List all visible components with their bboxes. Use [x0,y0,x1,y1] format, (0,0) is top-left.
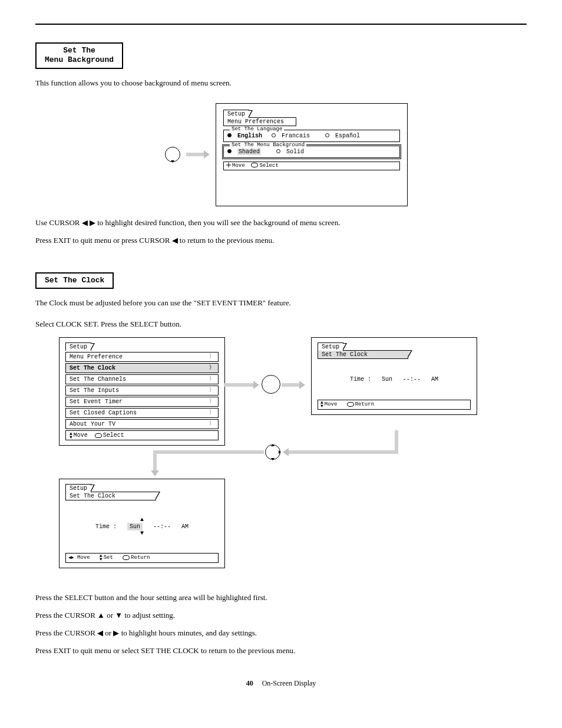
note2-line3: Press the CURSOR ◀ or ▶ to highlight hou… [35,628,527,638]
guide-text-2: Select CLOCK SET. Press the SELECT butto… [35,319,527,329]
chevron-right-icon: 〉 [209,354,214,361]
arrow-up-icon: ▲ [65,517,219,523]
cursor-right-icon: ▶ [90,218,95,227]
osd1-lang-b: Francais [282,133,310,139]
list-item: Set The Channels〉 [65,374,219,384]
radio-filled-icon [227,149,232,153]
cursor-ring-icon [265,444,280,460]
osd1-lang-a: English [237,133,262,139]
osd4-subtab: Set The Clock [65,492,156,500]
cursor-up-icon: ▲ [97,611,105,620]
select-ring-icon [262,375,280,394]
osd4-hint-row: ◀▶ Move ▲▼Set Return [65,553,219,563]
osd1-hint-row: Move Select [223,162,400,171]
select-pill-icon [347,402,354,407]
list-item: About Your TV〉 [65,419,219,429]
tag1-line1: Set The [63,46,95,55]
page-top-rule [35,24,527,25]
updown-icon: ▲▼ [70,432,72,439]
osd1-bg-b: Solid [286,149,304,155]
osd1-bg-legend: Set The Menu Background [230,142,306,149]
cursor-left-icon: ◀ [172,236,178,245]
osd1-bg-a: Shaded [237,149,261,155]
osd2-subtab: Menu Preference〉 [65,352,219,362]
osd4-time-line: ▲ Time : Sun --:-- AM ▼ [65,517,219,536]
osd3-tab: Setup [318,342,343,351]
arrow-right-icon [186,152,210,157]
osd-menu-preferences: Setup Menu Preferences Set The Language … [216,103,408,207]
osd-setup-list: Setup Menu Preference〉 Set The Clock〉 Se… [59,337,225,446]
chevron-right-icon: 〉 [209,410,214,417]
osd1-subtab: Menu Preferences [223,117,296,126]
list-item: Set Closed Captions〉 [65,408,219,418]
list-item: Set Event Timer〉 [65,397,219,407]
chevron-right-icon: 〉 [209,398,214,406]
updown-icon: ▲▼ [100,554,103,561]
select-pill-icon [95,433,102,438]
chevron-right-icon: 〉 [209,376,214,383]
osd2-tab: Setup [65,342,91,351]
osd1-language-group: Set The Language English Francais Españo… [223,130,400,142]
osd3-time-line: Time : Sun --:-- AM [318,375,471,383]
flow-diagram: Setup Menu Preference〉 Set The Clock〉 Se… [35,337,527,585]
page-footer-text: On-Screen Display [262,679,316,687]
cursor-ring-icon [165,147,180,162]
osd3-subtab: Set The Clock [318,350,408,359]
radio-empty-icon [276,149,280,153]
move-cross-icon [226,163,231,167]
section-tag-set-clock: Set The Clock [35,272,114,289]
osd1-background-group: Set The Menu Background Shaded Solid [223,146,400,158]
page-footer: 40 On-Screen Display [35,679,527,688]
osd1-hint-select: Select [259,163,278,169]
leftright-icon: ◀▶ [68,555,74,560]
osd-set-clock-edit: Setup Set The Clock ▲ Time : Sun --:-- A… [59,479,225,568]
note2-line2: Press the CURSOR ▲ or ▼ to adjust settin… [35,611,527,620]
section-tag-menu-background: Set The Menu Background [35,42,123,69]
radio-empty-icon [272,133,276,137]
select-pill-icon [251,163,258,167]
note2-line1: Press the SELECT button and the hour set… [35,593,527,602]
chevron-right-icon: 〉 [209,421,214,428]
osd-set-clock-view: Setup Set The Clock Time : Sun --:-- AM … [311,337,477,415]
cursor-right-icon: ▶ [113,628,119,637]
cursor-left-icon: ◀ [97,628,103,637]
updown-icon: ▲▼ [320,401,323,407]
page-number: 40 [246,679,253,687]
arrow-down-icon: ▼ [65,531,219,536]
osd1-lang-c: Español [335,133,360,139]
intro-text-1: This function allows you to choose backg… [35,78,527,88]
radio-empty-icon [325,133,329,137]
tag1-line2: Menu Background [45,55,114,64]
chevron-right-icon: 〉 [209,365,214,372]
osd1-hint-move: Move [232,163,245,169]
note2-line4: Press EXIT to quit menu or select SET TH… [35,646,527,655]
osd2-hint-row: ▲▼Move Select [65,430,219,440]
radio-filled-icon [227,133,232,137]
chevron-right-icon: 〉 [209,387,214,394]
osd1-tab: Setup [223,110,249,118]
cursor-down-icon: ▼ [115,611,123,620]
cursor-left-icon: ◀ [82,218,88,227]
list-item: Set The Inputs〉 [65,386,219,396]
note1-line2: Press EXIT to quit menu or press CURSOR … [35,236,527,245]
note1-line1: Use CURSOR ◀ ▶ to highlight desired func… [35,218,527,228]
select-pill-icon [123,555,130,560]
list-item: Set The Clock〉 [65,363,219,373]
osd4-tab: Setup [65,484,91,492]
intro-text-2: The Clock must be adjusted before you ca… [35,298,527,308]
osd3-hint-row: ▲▼Move Return [318,400,471,410]
osd1-lang-legend: Set The Language [230,126,284,133]
